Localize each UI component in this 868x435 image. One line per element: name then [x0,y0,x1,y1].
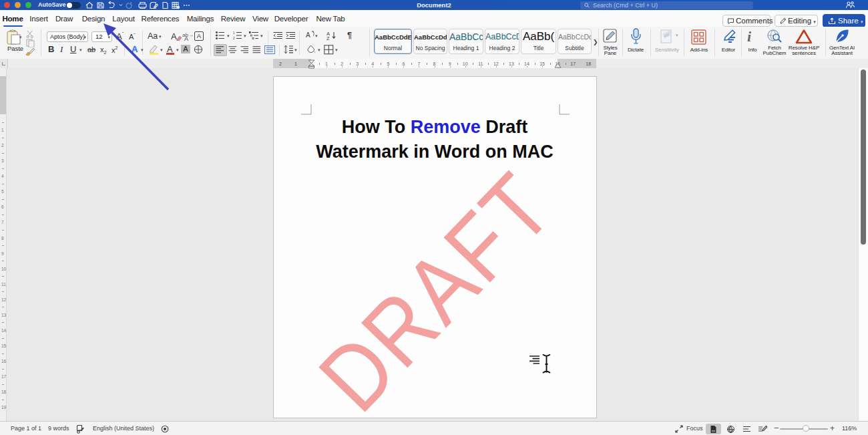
svg-text:2: 2 [233,37,235,39]
svg-text:Z: Z [327,35,330,40]
svg-text:A: A [306,31,310,39]
svg-text:1: 1 [233,31,235,35]
